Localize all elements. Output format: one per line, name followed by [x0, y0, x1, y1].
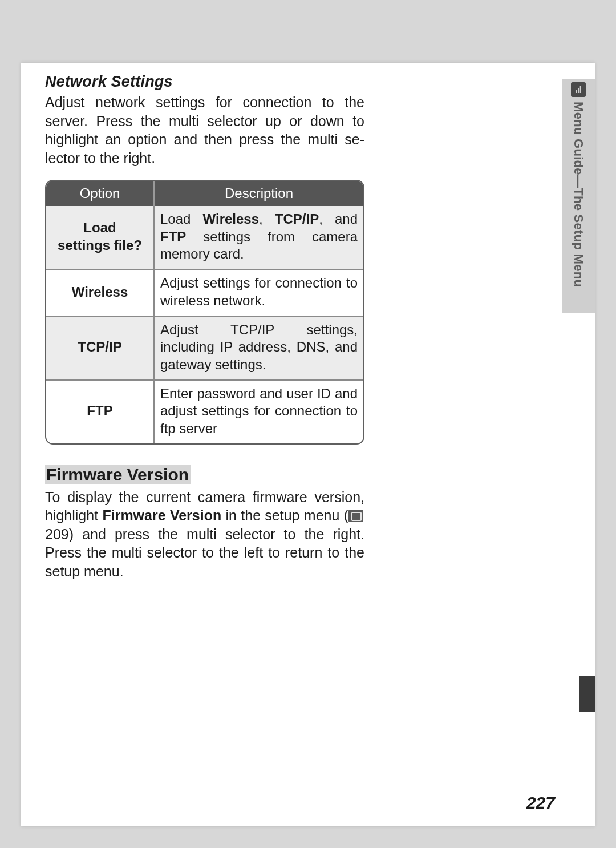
page-ref-icon — [348, 510, 363, 522]
chapter-side-tab: Menu Guide—The Setup Menu — [562, 79, 595, 313]
network-settings-options-table: Option Description Load settings file?Lo… — [45, 180, 364, 445]
option-cell: FTP — [46, 381, 155, 443]
description-cell: Adjust TCP/IP settings, including IP ad­… — [155, 317, 363, 381]
description-cell: Enter password and user ID and adjust se… — [155, 381, 363, 443]
option-cell: Wireless — [46, 270, 155, 316]
table-row: Load settings file?Load Wireless, TCP/IP… — [46, 206, 363, 270]
option-cell: Load settings file? — [46, 206, 155, 270]
setup-icon — [571, 82, 586, 97]
description-cell: Adjust settings for connection to wire­l… — [155, 270, 363, 316]
svg-rect-2 — [580, 86, 581, 93]
content-column: Network Settings Adjust network settings… — [45, 73, 364, 580]
section-title-network-settings: Network Settings — [45, 73, 364, 91]
thumb-index-mark — [579, 676, 595, 712]
svg-rect-1 — [578, 88, 579, 93]
svg-rect-0 — [576, 90, 577, 93]
page-number: 227 — [526, 793, 555, 813]
manual-page: Menu Guide—The Setup Menu Network Settin… — [21, 63, 595, 826]
network-settings-body: Adjust network settings for connection t… — [45, 93, 364, 167]
option-cell: TCP/IP — [46, 317, 155, 381]
table-row: WirelessAdjust settings for connection t… — [46, 270, 363, 316]
firmware-version-body: To display the current camera firmware v… — [45, 488, 364, 581]
table-row: FTPEnter password and user ID and adjust… — [46, 381, 363, 443]
chapter-side-tab-label: Menu Guide—The Setup Menu — [562, 102, 595, 301]
heading-firmware-version: Firmware Version — [45, 465, 191, 484]
description-cell: Load Wireless, TCP/IP, and FTP set­tings… — [155, 206, 363, 270]
table-header-option: Option — [46, 181, 155, 206]
table-header-description: Description — [155, 181, 363, 206]
table-row: TCP/IPAdjust TCP/IP settings, including … — [46, 317, 363, 381]
